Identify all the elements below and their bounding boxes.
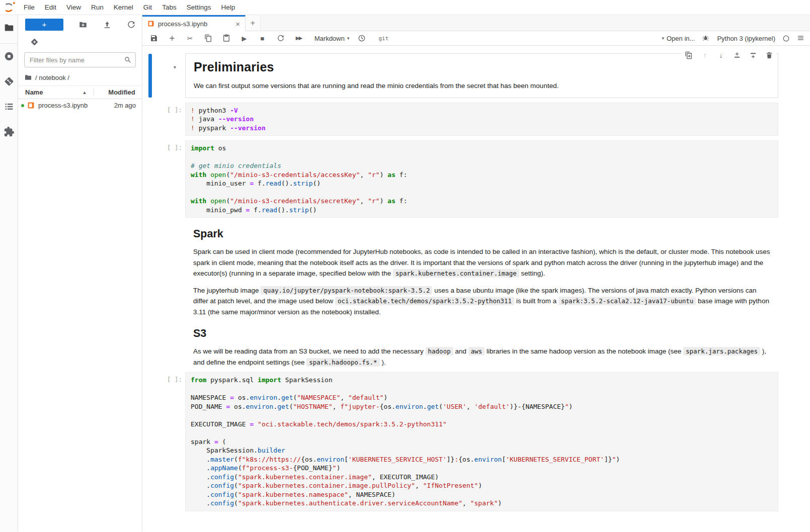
notebook-cell[interactable]: [ ]:import os # get minio credentialswit… [142,140,778,218]
menu-settings[interactable]: Settings [182,4,216,11]
move-up-icon[interactable]: ↑ [701,51,709,59]
notebook-cell[interactable]: S3As we will be reading data from an S3 … [142,327,778,368]
markdown-heading: Spark [193,228,770,240]
menu-kernel[interactable]: Kernel [109,4,138,11]
git-icon[interactable] [4,76,15,87]
code-line: ! pyspark --version [191,124,773,133]
table-of-contents-icon[interactable] [4,101,15,112]
insert-cell-below-icon[interactable] [749,51,757,59]
caret-down-icon: ▾ [662,36,664,41]
toolbar-menu-icon[interactable] [797,34,805,42]
delete-cell-icon[interactable] [765,51,773,59]
inline-code: spark.hadoopo.fs.* [306,358,379,367]
markdown-cell-content[interactable]: S3As we will be reading data from an S3 … [185,327,778,368]
close-tab-icon[interactable]: × [235,20,240,28]
new-folder-icon[interactable] [78,20,88,29]
cell-type-value: Markdown [314,35,345,42]
run-cell-icon[interactable]: ▶ [240,34,249,43]
paste-cells-icon[interactable] [222,34,230,43]
filter-files-input[interactable] [24,52,136,67]
unsaved-dot [21,104,24,107]
heading-collapse-icon[interactable]: ▾ [174,64,176,70]
code-line: SparkSession.builder [191,446,773,455]
tab-process-s3[interactable]: process-s3.ipynb × [142,15,246,31]
new-tab-button[interactable]: + [246,15,261,31]
history-icon[interactable] [358,34,366,43]
inline-code: aws [468,347,485,356]
notebook-cell[interactable]: ▾PreliminariesWe can first output some v… [142,53,778,98]
insert-cell-above-icon[interactable] [733,51,741,59]
sort-ascending-icon[interactable]: ▲ [82,90,87,95]
menubar: FileEditViewRunKernelGitTabsSettingsHelp [0,0,810,15]
cell-input-prompt: [ ]: [142,144,182,151]
refresh-icon[interactable] [127,20,136,29]
menu-run[interactable]: Run [86,4,109,11]
cell-collapser[interactable] [148,141,152,217]
code-line: .master(f"k8s://https://{os.environ['KUB… [191,455,773,464]
kernel-status-icon[interactable] [782,35,790,42]
extensions-icon[interactable] [4,126,15,137]
cell-type-dropdown[interactable]: Markdown ▾ [314,35,350,42]
notebook-cell[interactable]: [ ]:! python3 -V! java --version! pyspar… [142,103,778,136]
code-editor[interactable]: from pyspark.sql import SparkSession NAM… [185,372,778,511]
notebook-file-icon [147,20,154,27]
duplicate-cell-icon[interactable] [685,51,693,59]
file-list-header: Name ▲ Modified [18,85,142,99]
save-icon[interactable] [149,34,158,43]
cell-collapser[interactable] [148,373,152,511]
chevron-down-icon: ▾ [347,36,350,41]
move-down-icon[interactable]: ↓ [717,51,725,59]
cut-cells-icon[interactable]: ✂ [186,34,194,43]
notebook-cell[interactable]: [ ]:from pyspark.sql import SparkSession… [142,372,778,511]
restart-kernel-icon[interactable] [276,34,285,43]
menu-tabs[interactable]: Tabs [157,4,182,11]
column-modified[interactable]: Modified [108,88,135,96]
notebook-cells: ▾PreliminariesWe can first output some v… [142,46,810,531]
cell-input-prompt: [ ]: [142,106,182,114]
open-in-dropdown[interactable]: ▾ Open in... [662,35,695,42]
breadcrumb[interactable]: / notebook / [18,71,142,85]
code-line: NAMESPACE = os.environ.get("NAMESPACE", … [191,393,773,402]
cell-collapser[interactable] [148,54,152,98]
code-line [191,428,773,437]
cell-input-prompt: [ ]: [142,376,182,383]
debugger-icon[interactable] [702,34,710,42]
markdown-heading: S3 [193,327,770,340]
jupyterlab-app: FileEditViewRunKernelGitTabsSettingsHelp… [0,0,810,532]
column-name[interactable]: Name [25,88,43,96]
code-editor[interactable]: ! python3 -V! java --version! pyspark --… [185,103,778,136]
code-line: from pyspark.sql import SparkSession [191,376,773,385]
upload-icon[interactable] [103,20,112,29]
cell-collapser[interactable] [148,228,152,317]
notebook-cell[interactable]: SparkSpark can be used in client mode (r… [142,228,778,317]
menu-file[interactable]: File [19,4,40,11]
menubar-items: FileEditViewRunKernelGitTabsSettingsHelp [19,0,240,15]
markdown-cell-content[interactable]: SparkSpark can be used in client mode (r… [185,228,778,317]
interrupt-kernel-icon[interactable]: ■ [258,34,267,43]
menu-help[interactable]: Help [216,4,240,11]
code-editor[interactable]: import os # get minio credentialswith op… [185,140,778,218]
restart-run-all-icon[interactable]: ▶▶ [294,34,303,43]
inline-code: hadoop [426,347,453,356]
inline-code: quay.io/jupyter/pyspark-notebook:spark-3… [261,286,432,295]
code-line: .config("spark.kubernetes.namespace", NA… [191,490,773,499]
menu-view[interactable]: View [61,4,86,11]
copy-cells-icon[interactable] [204,34,212,43]
breadcrumb-path: / notebook / [35,74,69,81]
inline-code: spark:3.5.2-scala2.12-java17-ubuntu [558,297,696,305]
kernel-name[interactable]: Python 3 (ipykernel) [717,35,775,42]
code-line: import os [191,144,773,153]
inline-code: oci.stackable.tech/demos/spark:3.5.2-pyt… [335,297,514,305]
menu-edit[interactable]: Edit [40,4,61,11]
cell-collapser[interactable] [148,328,152,367]
add-cell-icon[interactable] [168,34,176,43]
home-folder-icon[interactable] [24,73,32,81]
file-list: process-s3.ipynb2m ago [18,99,142,112]
file-browser-icon[interactable] [4,22,15,33]
new-launcher-button[interactable]: + [25,19,63,31]
menu-git[interactable]: Git [138,4,157,11]
running-sessions-icon[interactable] [4,51,15,62]
git-clone-icon[interactable] [30,38,39,46]
file-row[interactable]: process-s3.ipynb2m ago [18,99,142,112]
file-filter [24,52,136,67]
